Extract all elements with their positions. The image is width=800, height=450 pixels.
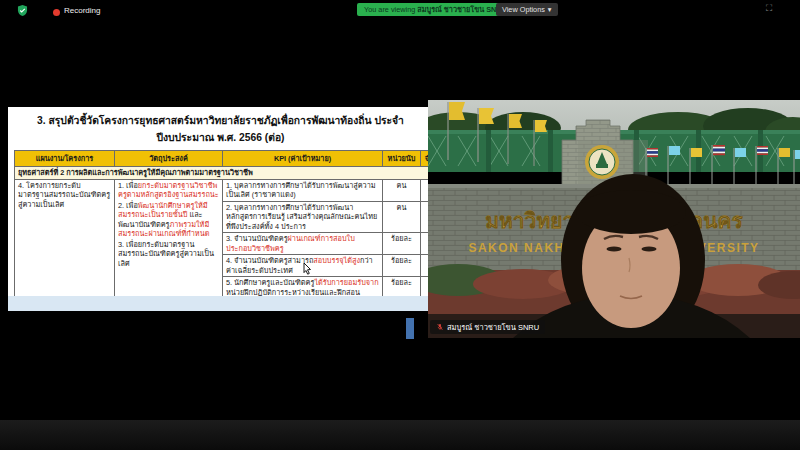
view-options-button[interactable]: View Options ▾ xyxy=(496,3,558,16)
table-row: 4. โครงการยกระดับมาตรฐานสมรรถนะบัณฑิตครู… xyxy=(15,179,434,201)
right-eye xyxy=(642,246,657,251)
mouse-cursor xyxy=(303,261,312,279)
zoom-meeting-window: { "top_bar": { "recording_label": "Recor… xyxy=(0,0,800,450)
col-header: KPI (ค่าเป้าหมาย) xyxy=(223,151,383,167)
unit-cell: ร้อยละ xyxy=(383,255,421,277)
presenter-name: สมบูรณ์ ชาวชายโขน SNRU xyxy=(417,4,507,15)
col-header: วัตถุประสงค์ xyxy=(115,151,223,167)
top-bar: Recording You are viewing สมบูรณ์ ชาวชาย… xyxy=(0,0,800,18)
objectives-cell: 1. เพื่อยกระดับมาตรฐานวิชาชีพครูตามหลักส… xyxy=(115,179,223,311)
left-eye xyxy=(607,246,622,251)
kpi-table-body: ยุทธศาสตร์ที่ 2 การผลิตและการพัฒนาครูให้… xyxy=(15,167,434,311)
col-header: แผนงาน/โครงการ xyxy=(15,151,115,167)
kpi-cell: 3. จำนวนบัณฑิตครูผ่านเกณฑ์การสอบใบประกอบ… xyxy=(223,233,383,255)
slide-title: 3. สรุปตัวชี้วัดโครงการยุทธศาสตร์มหาวิทย… xyxy=(14,112,427,146)
kpi-table: แผนงาน/โครงการ วัตถุประสงค์ KPI (ค่าเป้า… xyxy=(14,150,433,311)
recording-label: Recording xyxy=(64,6,100,15)
meeting-toolbar: Unmute ^ Start Video ^ Participants 59 ^… xyxy=(0,420,800,450)
objective-item: 1. เพื่อยกระดับมาตรฐานวิชาชีพครูตามหลักส… xyxy=(118,181,219,200)
unit-cell: ร้อยละ xyxy=(383,233,421,255)
unit-cell: คน xyxy=(383,179,421,201)
muted-mic-icon xyxy=(436,322,444,332)
participant-name-tag: สมบูรณ์ ชาวชายโขน SNRU xyxy=(430,320,545,334)
camera-feed: มหาวิทยาลัยราชภัฏสกลนคร SAKON NAKHON RAJ… xyxy=(428,55,800,338)
university-seal xyxy=(585,145,619,179)
hair-fringe xyxy=(576,190,686,234)
kpi-cell: 2. บุคลากรทางการศึกษาได้รับการพัฒนาหลักส… xyxy=(223,201,383,232)
unit-cell: คน xyxy=(383,201,421,232)
col-header: หน่วยนับ xyxy=(383,151,421,167)
screen-edge-artifact xyxy=(406,318,414,339)
recording-dot-icon xyxy=(53,9,60,16)
slide-bottom-strip xyxy=(8,296,433,311)
presenter-video-tile[interactable]: มหาวิทยาลัยราชภัฏสกลนคร SAKON NAKHON RAJ… xyxy=(428,55,800,338)
kpi-cell: 1. บุคลากรทางการศึกษาได้รับการพัฒนาสู่คว… xyxy=(223,179,383,201)
viewing-prefix: You are viewing xyxy=(364,5,415,14)
section-row: ยุทธศาสตร์ที่ 2 การผลิตและการพัฒนาครูให้… xyxy=(15,167,434,179)
fullscreen-icon[interactable]: ⛶ xyxy=(766,3,772,14)
security-shield-icon[interactable] xyxy=(16,3,29,21)
project-cell: 4. โครงการยกระดับมาตรฐานสมรรถนะบัณฑิตครู… xyxy=(15,179,115,311)
table-header-row: แผนงาน/โครงการ วัตถุประสงค์ KPI (ค่าเป้า… xyxy=(15,151,434,167)
section-label: ยุทธศาสตร์ที่ 2 การผลิตและการพัฒนาครูให้… xyxy=(15,167,434,179)
shared-screen-slide: 3. สรุปตัวชี้วัดโครงการยุทธศาสตร์มหาวิทย… xyxy=(8,107,433,311)
participant-name: สมบูรณ์ ชาวชายโขน SNRU xyxy=(447,321,539,333)
objective-item: 2. เพื่อพัฒนานักศึกษาครูให้มีสมรรถนะเป็น… xyxy=(118,201,219,239)
objective-item: 3. เพื่อยกระดับมาตรฐานสมรรถนะบัณฑิตครูสู… xyxy=(118,240,219,268)
chevron-down-icon: ▾ xyxy=(548,5,552,14)
